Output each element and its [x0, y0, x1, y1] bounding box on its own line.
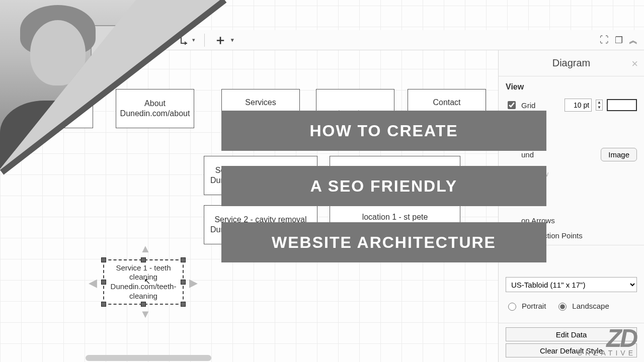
view-heading: View — [506, 82, 637, 92]
logo-subtext: CREATIVE — [577, 349, 636, 357]
overlay-banner-2: A SEO FRIENDLY — [221, 166, 546, 206]
direction-arrow-up[interactable]: ▲ — [140, 242, 151, 255]
resize-handle[interactable] — [181, 302, 186, 307]
node-line: Dunedin.com/teeth- — [111, 282, 177, 292]
panel-title: Diagram — [506, 57, 637, 69]
fullscreen-icon[interactable]: ⛶ — [600, 35, 609, 45]
direction-arrow-down[interactable]: ▼ — [140, 308, 151, 321]
resize-handle[interactable] — [101, 280, 106, 285]
cursor-icon: ↖ — [144, 277, 150, 286]
format-panel-toggle-icon[interactable]: ❐ — [615, 35, 623, 46]
paper-size-select[interactable]: US-Tabloid (11" x 17") — [506, 277, 637, 292]
node-line: cleaning — [129, 292, 157, 301]
resize-handle[interactable] — [101, 302, 106, 307]
resize-handle[interactable] — [181, 280, 186, 285]
node-title: location 1 - st pete — [362, 212, 428, 222]
overlay-banner-3: WEBSITE ARCHITECTURE — [221, 222, 546, 262]
overlay-banner-1: HOW TO CREATE — [221, 111, 546, 151]
node-line: Service 1 - teeth — [116, 263, 171, 273]
background-image-button[interactable]: Image — [601, 148, 637, 161]
webcam-overlay — [0, 0, 176, 176]
collapse-icon[interactable]: ︽ — [629, 34, 638, 46]
node-line: cleaning — [129, 273, 157, 282]
resize-handle[interactable] — [141, 257, 146, 262]
orientation-portrait[interactable]: Portrait — [506, 301, 546, 311]
horizontal-scrollbar[interactable] — [86, 355, 211, 361]
direction-arrow-left[interactable]: ◀ — [89, 277, 97, 290]
grid-checkbox[interactable]: Grid — [506, 100, 535, 111]
node-selected-service[interactable]: Service 1 - teeth cleaning Dunedin.com/t… — [103, 259, 184, 305]
grid-size-stepper[interactable]: ▲▼ — [596, 100, 603, 111]
direction-arrow-right[interactable]: ▶ — [189, 277, 198, 290]
close-icon[interactable]: × — [631, 57, 638, 70]
grid-color-swatch[interactable] — [607, 99, 637, 111]
brand-logo: ZD CREATIVE — [577, 324, 636, 357]
resize-handle[interactable] — [181, 257, 186, 262]
node-title: Services — [245, 98, 276, 108]
resize-handle[interactable] — [141, 302, 146, 307]
format-panel: × Diagram View Grid ▲▼ w und Image Shado… — [498, 50, 644, 362]
resize-handle[interactable] — [101, 257, 106, 262]
orientation-landscape[interactable]: Landscape — [556, 301, 609, 311]
node-title: Contact — [433, 98, 460, 108]
grid-size-input[interactable] — [565, 99, 592, 112]
